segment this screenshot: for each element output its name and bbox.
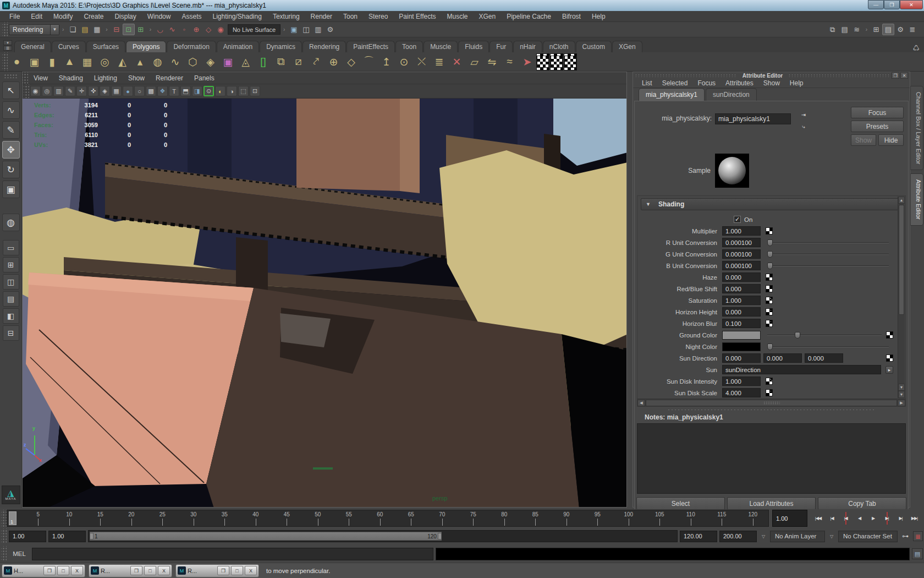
shadows-icon[interactable]: ◑: [227, 86, 237, 96]
auto-keyframe-toggle[interactable]: ▦: [913, 531, 923, 541]
uv-checker-icon-1[interactable]: [536, 53, 549, 70]
ae-menu-item[interactable]: Focus: [693, 79, 720, 88]
collapse-triangle-icon[interactable]: ▼: [646, 201, 651, 207]
script-editor-icon[interactable]: ▤: [912, 548, 923, 559]
scrollbar-track[interactable]: [646, 400, 897, 406]
poly-torus-icon[interactable]: ◎: [96, 53, 113, 70]
drag-handle[interactable]: [24, 84, 29, 98]
playback-start-field[interactable]: 1.00: [48, 531, 86, 542]
layout-single-pane[interactable]: ▭: [3, 240, 19, 255]
scroll-left-icon[interactable]: ◀: [637, 400, 645, 406]
grid-icon[interactable]: ▦: [111, 86, 122, 96]
frame-tick[interactable]: 40: [240, 510, 272, 526]
menubar-item[interactable]: Lighting/Shading: [207, 12, 266, 21]
restore-icon[interactable]: ❐: [217, 566, 229, 575]
uv-checker-icon-2[interactable]: [550, 53, 563, 70]
range-end-handle[interactable]: [438, 533, 442, 539]
ground-color-slider[interactable]: [767, 331, 882, 339]
map-button[interactable]: [766, 274, 773, 281]
bookmark-icon[interactable]: ✎: [65, 86, 75, 96]
drag-handle[interactable]: [1, 528, 7, 544]
group-collapse-arrow[interactable]: ›: [61, 26, 65, 32]
frame-tick[interactable]: 120: [738, 510, 769, 526]
lights-icon[interactable]: ◐: [215, 86, 226, 96]
night-color-slider[interactable]: [767, 343, 889, 351]
command-language-toggle[interactable]: MEL: [9, 550, 30, 557]
new-scene-icon[interactable]: ❏: [67, 24, 79, 35]
frame-tick[interactable]: 25: [147, 510, 178, 526]
select-hierarchy-icon[interactable]: ⊟: [111, 24, 123, 35]
textured-icon[interactable]: ⊙: [204, 86, 214, 96]
scrollbar-grip[interactable]: [763, 401, 780, 405]
go-to-start-button[interactable]: |◀◀: [812, 512, 824, 525]
show-button[interactable]: Show: [851, 134, 876, 146]
sculpt-tool-icon[interactable]: ◬: [237, 53, 254, 70]
horizon-height-field[interactable]: 0.000: [722, 307, 761, 317]
go-to-end-button[interactable]: ▶▶|: [908, 512, 921, 525]
poly-prism-icon[interactable]: ◭: [114, 53, 131, 70]
poly-plane-icon[interactable]: ▦: [79, 53, 96, 70]
grease-pencil-icon[interactable]: ◈: [100, 86, 110, 96]
frame-tick[interactable]: 5: [23, 510, 54, 526]
scroll-down-icon[interactable]: ▼: [898, 391, 905, 398]
panel-menu-item[interactable]: Show: [123, 73, 150, 83]
input-connections-icon[interactable]: ⇥: [799, 110, 809, 119]
chevron-down-icon[interactable]: ▽: [759, 534, 768, 539]
shelf-tab[interactable]: Curves: [52, 41, 86, 52]
poly-type-icon[interactable]: ▣: [219, 53, 237, 70]
map-button[interactable]: [766, 285, 773, 292]
ae-node-tab[interactable]: mia_physicalsky1: [639, 88, 705, 101]
extract-icon[interactable]: ⤤: [307, 53, 324, 70]
poly-helix-icon[interactable]: ∿: [167, 53, 184, 70]
scroll-down-icon[interactable]: ▼: [898, 384, 905, 391]
select-button[interactable]: Select: [636, 497, 725, 510]
poly-pipe-icon[interactable]: ◍: [149, 53, 166, 70]
drag-handle[interactable]: [788, 74, 890, 77]
maximize-button[interactable]: ❐: [884, 0, 900, 9]
menubar-item[interactable]: XGen: [474, 12, 501, 21]
notes-textarea[interactable]: [637, 423, 906, 494]
film-gate-icon[interactable]: ●: [123, 86, 133, 96]
ae-menu-item[interactable]: Help: [785, 79, 808, 88]
restore-icon[interactable]: ❐: [130, 566, 142, 575]
layout-four-pane[interactable]: ⊞: [3, 257, 19, 272]
poly-cube-icon[interactable]: ▣: [26, 53, 43, 70]
menubar-item[interactable]: File: [4, 12, 25, 21]
make-live-icon[interactable]: ◉: [215, 24, 227, 35]
menubar-item[interactable]: Render: [306, 12, 337, 21]
2d-pan-zoom-icon[interactable]: ✜: [88, 86, 98, 96]
frame-tick[interactable]: 35: [209, 510, 240, 526]
frame-tick[interactable]: 105: [644, 510, 675, 526]
shelf-tab[interactable]: Polygons: [126, 41, 166, 52]
saturation-field[interactable]: 1.000: [722, 296, 761, 305]
viewport-canvas[interactable]: Verts: 3194 0 0 Edges: 6211 0 0 Faces: 3…: [23, 99, 626, 507]
panel-menu-item[interactable]: Panels: [189, 73, 220, 83]
map-button[interactable]: [766, 227, 773, 235]
frame-tick[interactable]: 20: [116, 510, 147, 526]
bevel-icon[interactable]: ◇: [343, 53, 360, 70]
highlight-selection-icon[interactable]: ▤: [839, 24, 851, 35]
sun-field[interactable]: sunDirection: [722, 365, 881, 374]
frame-tick[interactable]: 30: [178, 510, 210, 526]
move-tool[interactable]: ✥: [2, 141, 20, 159]
insert-edge-loop-icon[interactable]: ≣: [431, 53, 448, 70]
r-unit-field[interactable]: 0.000100: [722, 238, 761, 247]
xray-icon[interactable]: ⬚: [238, 86, 249, 96]
frame-tick[interactable]: 95: [582, 510, 613, 526]
layout-hypershade[interactable]: ⊟: [3, 325, 19, 341]
map-button[interactable]: [886, 355, 893, 362]
node-name-field[interactable]: mia_physicalsky1: [715, 113, 791, 124]
separate-icon[interactable]: ⧄: [290, 53, 307, 70]
camera-attributes-icon[interactable]: ▥: [53, 86, 64, 96]
channel-box-tab[interactable]: Channel Box / Layer Editor: [910, 86, 923, 170]
poly-soccer-ball-icon[interactable]: ⬡: [184, 53, 201, 70]
shelf-tab[interactable]: Animation: [217, 41, 259, 52]
night-color-swatch[interactable]: [722, 342, 761, 351]
step-forward-key-button[interactable]: ▶|: [881, 512, 893, 525]
minimized-window[interactable]: M R... ❐ □ X: [89, 564, 172, 577]
frame-tick[interactable]: 90: [551, 510, 582, 526]
menubar-item[interactable]: Modify: [48, 12, 78, 21]
layout-two-pane-side[interactable]: ◫: [3, 274, 19, 290]
modeling-toolkit-icon[interactable]: ⊞: [870, 24, 882, 35]
menubar-item[interactable]: Pipeline Cache: [502, 12, 556, 21]
